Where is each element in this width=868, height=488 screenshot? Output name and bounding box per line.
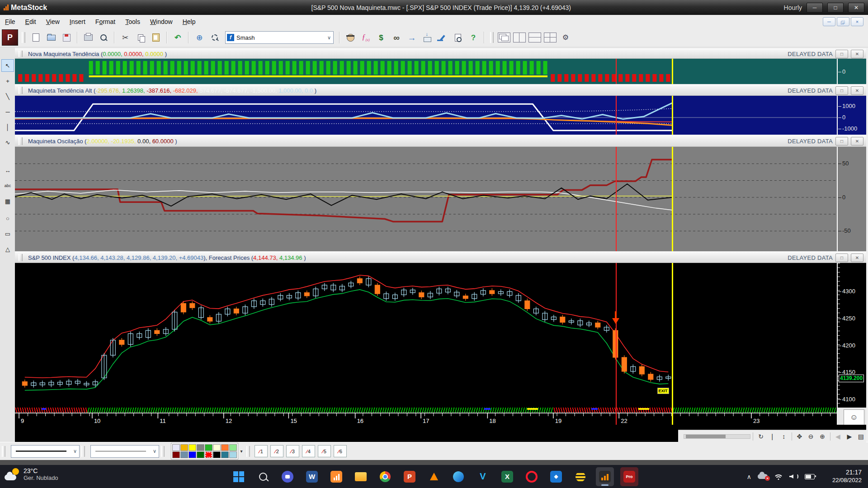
tool-vertical-line[interactable]: │ xyxy=(1,121,14,133)
volume-icon[interactable] xyxy=(789,474,798,479)
taskbar-app-chrome[interactable] xyxy=(376,467,394,486)
taskbar-app-search[interactable] xyxy=(254,467,272,486)
status-grip[interactable] xyxy=(81,446,85,457)
scrollbar-thumb[interactable] xyxy=(686,435,726,438)
panel-header-grip[interactable] xyxy=(19,137,23,145)
undo-button[interactable]: ↶ xyxy=(171,31,184,44)
zoom-out-button[interactable]: ⊖ xyxy=(806,432,816,441)
maximize-button[interactable]: □ xyxy=(827,3,844,13)
help-pointer-button[interactable]: ? xyxy=(467,31,480,44)
tool-cycle-line[interactable]: ∿ xyxy=(1,136,14,149)
tool-ellipse-tool[interactable]: ○ xyxy=(1,212,14,225)
panel-close-button[interactable]: ✕ xyxy=(851,137,863,145)
copy-button[interactable] xyxy=(134,31,147,44)
panel-restore-button[interactable]: □ xyxy=(835,50,848,58)
taskbar-app-chat[interactable] xyxy=(278,467,297,486)
report-button[interactable] xyxy=(451,31,465,44)
status-grip[interactable] xyxy=(161,446,165,457)
plot-sp500-index[interactable]: EXIT xyxy=(15,263,838,408)
panel-close-button[interactable]: ✕ xyxy=(851,50,863,58)
color-swatch[interactable] xyxy=(213,451,221,458)
menu-insert[interactable]: Insert xyxy=(65,16,90,28)
color-swatch[interactable] xyxy=(197,444,204,451)
price-scale-sp500-index[interactable]: 430042504200415041004139.200 xyxy=(838,263,866,408)
price-scale-nova-maquineta-tendencia[interactable]: 0 xyxy=(838,59,866,84)
toolbar-grip[interactable] xyxy=(22,32,25,43)
taskbar-app-opera[interactable] xyxy=(523,467,541,486)
dollar-quotes-button[interactable]: $ xyxy=(374,31,388,44)
price-scale-maquineta-tendencia-alt[interactable]: 10000-1000 xyxy=(838,96,866,135)
line-style-combo[interactable]: ∨ xyxy=(11,445,80,458)
save-button[interactable] xyxy=(60,31,73,44)
taskbar-app-word[interactable]: W xyxy=(303,467,321,486)
tool-rectangle-tool[interactable]: ▭ xyxy=(1,227,14,240)
crosshair-button[interactable]: ⊕ xyxy=(193,31,206,44)
taskbar-app-vscode[interactable]: V xyxy=(474,467,492,486)
menu-file[interactable]: File xyxy=(0,16,20,28)
menu-window[interactable]: Window xyxy=(145,16,178,28)
power-console-icon[interactable]: P xyxy=(2,29,18,46)
line-weight-combo[interactable]: ∨ xyxy=(90,445,159,458)
color-swatch[interactable] xyxy=(189,451,196,458)
refresh-button[interactable]: ↻ xyxy=(755,432,766,441)
cascade-windows-button[interactable] xyxy=(497,31,511,44)
cut-button[interactable]: ✂ xyxy=(118,31,132,44)
menu-view[interactable]: View xyxy=(41,16,65,28)
color-swatch[interactable] xyxy=(205,451,212,458)
price-scale-maquineta-oscilacao[interactable]: 500-50 xyxy=(838,147,866,251)
menu-format[interactable]: Format xyxy=(90,16,120,28)
horizontal-scrollbar[interactable] xyxy=(684,434,750,439)
zoom-area-button[interactable] xyxy=(208,31,222,44)
tool-pointer[interactable]: ↖ xyxy=(1,59,14,72)
color-swatch[interactable] xyxy=(221,444,229,451)
taskbar-app-powerpoint[interactable]: P xyxy=(401,467,419,486)
paste-button[interactable] xyxy=(149,31,163,44)
panel-header-grip[interactable] xyxy=(19,51,23,57)
pan-button[interactable]: ✥ xyxy=(794,432,805,441)
chart-layout-3-button[interactable]: ∕3 xyxy=(286,445,299,457)
print-preview-button[interactable] xyxy=(97,31,110,44)
split-button[interactable]: ❘ xyxy=(767,432,778,441)
explorer-button[interactable] xyxy=(344,31,357,44)
chart-layout-2-button[interactable]: ∕2 xyxy=(270,445,283,457)
tool-horizontal-line[interactable]: ─ xyxy=(1,105,14,118)
chart-layout-4-button[interactable]: ∕4 xyxy=(302,445,315,457)
zoom-in-button[interactable]: ⊕ xyxy=(817,432,827,441)
page-prev-button[interactable]: ◀ xyxy=(833,432,843,441)
color-swatch[interactable] xyxy=(180,444,188,451)
layout-menu-button[interactable]: ▤ xyxy=(856,432,866,441)
taskbar-app-bee[interactable] xyxy=(571,467,590,486)
wifi-icon[interactable] xyxy=(774,474,783,480)
plot-maquineta-oscilacao[interactable] xyxy=(15,147,838,251)
panel-close-button[interactable]: ✕ xyxy=(851,253,863,262)
onedrive-error-icon[interactable]: × xyxy=(758,474,768,479)
taskbar-app-edge[interactable] xyxy=(449,467,467,486)
status-grip[interactable] xyxy=(2,446,5,457)
color-swatch[interactable] xyxy=(172,444,180,451)
taskbar-app-metastock[interactable] xyxy=(596,467,614,486)
panel-restore-button[interactable]: □ xyxy=(835,137,848,145)
tool-grid-tool[interactable]: ▦ xyxy=(1,195,14,207)
minimize-button[interactable]: ─ xyxy=(807,3,823,13)
plot-nova-maquineta-tendencia[interactable] xyxy=(15,59,838,84)
taskbar-app-market-app[interactable] xyxy=(327,467,345,486)
expert-advisor-button[interactable]: ☺ xyxy=(844,409,864,426)
color-swatch[interactable] xyxy=(197,451,204,458)
chart-layout-5-button[interactable]: ∕5 xyxy=(318,445,331,457)
tool-expansion[interactable]: ↔ xyxy=(1,164,14,177)
menu-help[interactable]: Help xyxy=(178,16,201,28)
battery-icon[interactable] xyxy=(805,474,815,479)
status-grip[interactable] xyxy=(246,446,250,457)
color-swatch[interactable] xyxy=(221,451,229,458)
tile-horizontal-button[interactable] xyxy=(528,31,542,44)
taskbar-app-photos[interactable]: ◆ xyxy=(547,467,565,486)
open-button[interactable] xyxy=(44,31,58,44)
toolbar-grip[interactable] xyxy=(490,32,494,43)
tile-vertical-button[interactable] xyxy=(513,31,526,44)
tool-crosshair[interactable]: + xyxy=(1,75,14,87)
tray-chevron-icon[interactable]: ∧ xyxy=(747,473,751,480)
color-swatch[interactable] xyxy=(213,444,221,451)
taskbar-app-explorer[interactable] xyxy=(352,467,370,486)
tool-triangle-tool[interactable]: △ xyxy=(1,243,14,255)
chart-layout-1-button[interactable]: ∕1 xyxy=(255,445,268,457)
